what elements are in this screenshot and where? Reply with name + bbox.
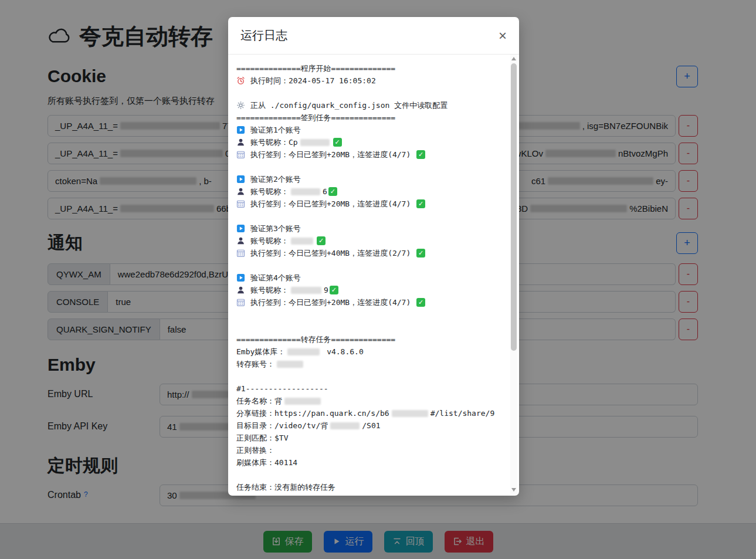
log-line: 执行签到：今日已签到+20MB，连签进度(4/7) ✓ xyxy=(236,296,499,309)
text-fragment: 账号昵称： xyxy=(250,187,289,197)
gear-icon xyxy=(236,101,245,110)
log-line: ==============签到任务============== xyxy=(236,111,499,124)
log-line: 刷媒体库：40114 xyxy=(236,456,499,469)
log-line: Emby媒体库： v4.8.6.0 xyxy=(236,345,499,358)
log-line: 转存账号： xyxy=(236,358,499,370)
calendar-icon xyxy=(236,249,245,258)
text-fragment: 正从 ./config/quark_config.json 文件中读取配置 xyxy=(250,100,448,111)
log-line: 任务名称：背 xyxy=(236,395,499,407)
text-fragment: ==============程序开始============== xyxy=(236,63,395,74)
log-line: 执行签到：今日已签到+20MB，连签进度(4/7) ✓ xyxy=(236,198,499,210)
user-icon xyxy=(236,138,245,147)
log-line: 执行签到：今日已签到+20MB，连签进度(4/7) ✓ xyxy=(236,148,499,161)
text-fragment: #/list/share/9 xyxy=(430,409,495,418)
text-fragment: 执行时间：2024-05-17 16:05:02 xyxy=(250,76,376,86)
log-line: 账号昵称：9✓ xyxy=(236,284,499,296)
text-fragment: 刷媒体库：40114 xyxy=(236,458,297,468)
text-fragment: 账号昵称：Cp xyxy=(250,137,298,148)
text-fragment: 转存账号： xyxy=(236,359,274,370)
log-line: ==============转存任务============== xyxy=(236,333,499,345)
log-line: 验证第1个账号 xyxy=(236,124,499,136)
log-line xyxy=(236,259,499,272)
text-fragment: 9 xyxy=(324,286,328,294)
log-line xyxy=(236,309,499,321)
log-line: 正则替换： xyxy=(236,444,499,456)
log-line: 验证第2个账号 xyxy=(236,173,499,185)
text-fragment: 验证第4个账号 xyxy=(250,273,301,283)
log-line: ==============程序开始============== xyxy=(236,62,499,74)
log-line: 分享链接：https://pan.quark.cn/s/b6#/list/sha… xyxy=(236,407,499,419)
log-line xyxy=(236,161,499,173)
user-icon xyxy=(236,236,245,245)
scrollbar-up-arrow[interactable] xyxy=(511,57,516,60)
text-fragment: ==============转存任务============== xyxy=(236,334,395,345)
alarm-icon xyxy=(236,76,245,85)
calendar-icon xyxy=(236,150,245,159)
check-icon: ✓ xyxy=(416,298,425,307)
log-line: 执行时间：2024-05-17 16:05:02 xyxy=(236,74,499,87)
log-body: ==============程序开始==============执行时间：202… xyxy=(228,55,519,496)
text-fragment: 执行签到：今日已签到+20MB，连签进度(4/7) xyxy=(250,150,415,160)
log-line: 验证第4个账号 xyxy=(236,272,499,284)
play-icon xyxy=(236,175,245,184)
check-icon: ✓ xyxy=(330,286,338,294)
redacted-text xyxy=(392,410,428,417)
text-fragment: 任务结束：没有新的转存任务 xyxy=(236,482,335,493)
text-fragment: 验证第2个账号 xyxy=(250,174,301,185)
redacted-text xyxy=(291,188,320,195)
modal-title: 运行日志 xyxy=(240,28,287,43)
text-fragment: Emby媒体库： xyxy=(236,347,285,357)
text-fragment: 分享链接：https://pan.quark.cn/s/b6 xyxy=(236,408,389,419)
check-icon: ✓ xyxy=(328,187,337,196)
redacted-text xyxy=(330,422,360,429)
text-fragment: 执行签到：今日已签到+20MB，连签进度(4/7) xyxy=(250,199,415,209)
play-icon xyxy=(236,224,245,233)
log-line xyxy=(236,469,499,481)
calendar-icon xyxy=(236,199,245,208)
log-line: 验证第3个账号 xyxy=(236,222,499,235)
run-log-modal: 运行日志 × ==============程序开始==============执… xyxy=(228,17,519,496)
log-line: 账号昵称：6✓ xyxy=(236,185,499,198)
text-fragment: /S01 xyxy=(362,421,380,430)
play-icon xyxy=(236,273,245,282)
log-line: 账号昵称：✓ xyxy=(236,235,499,247)
check-icon: ✓ xyxy=(317,236,326,245)
redacted-text xyxy=(284,398,321,405)
log-line xyxy=(236,370,499,382)
text-fragment: #1------------------ xyxy=(236,384,328,393)
scrollbar-down-arrow[interactable] xyxy=(511,488,516,492)
log-scrollbar[interactable] xyxy=(510,55,517,494)
text-fragment: 正则匹配：$TV xyxy=(236,433,288,443)
text-fragment: 正则替换： xyxy=(236,445,274,456)
text-fragment: 6 xyxy=(323,187,327,196)
text-fragment: 验证第1个账号 xyxy=(250,125,301,135)
user-icon xyxy=(236,187,245,196)
log-line: 任务结束：没有新的转存任务 xyxy=(236,481,499,493)
log-line: 正从 ./config/quark_config.json 文件中读取配置 xyxy=(236,99,499,111)
check-icon: ✓ xyxy=(416,249,425,258)
redacted-text xyxy=(287,348,320,355)
redacted-text xyxy=(291,238,313,245)
text-fragment: ==============签到任务============== xyxy=(236,113,395,123)
text-fragment: 目标目录：/video/tv/背 xyxy=(236,421,328,431)
modal-header: 运行日志 × xyxy=(228,17,519,55)
text-fragment: 账号昵称： xyxy=(250,236,289,246)
text-fragment: 验证第3个账号 xyxy=(250,223,301,234)
redacted-text xyxy=(291,287,321,294)
play-icon xyxy=(236,126,245,134)
redacted-text xyxy=(300,139,330,146)
log-line: 账号昵称：Cp✓ xyxy=(236,136,499,148)
log-line: 目标目录：/video/tv/背/S01 xyxy=(236,419,499,432)
text-fragment: 任务名称：背 xyxy=(236,396,282,406)
check-icon: ✓ xyxy=(333,138,342,147)
check-icon: ✓ xyxy=(416,150,425,159)
text-fragment: v4.8.6.0 xyxy=(322,347,363,356)
text-fragment: 执行签到：今日已签到+20MB，连签进度(4/7) xyxy=(250,297,415,308)
text-fragment: 账号昵称： xyxy=(250,285,289,296)
close-icon[interactable]: × xyxy=(499,29,507,43)
redacted-text xyxy=(277,361,303,368)
calendar-icon xyxy=(236,298,245,307)
log-line: 正则匹配：$TV xyxy=(236,432,499,444)
scrollbar-thumb[interactable] xyxy=(511,63,517,351)
log-line: #1------------------ xyxy=(236,382,499,395)
